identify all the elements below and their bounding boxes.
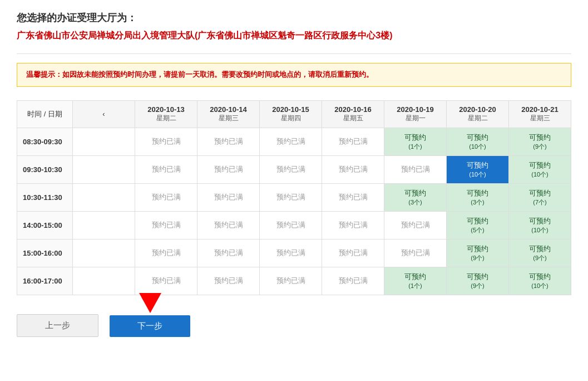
header-label: 您选择的办证受理大厅为： <box>17 11 571 25</box>
next-button-wrapper: 下一步 <box>110 315 190 337</box>
next-button[interactable]: 下一步 <box>110 315 190 337</box>
time-slot-4: 15:00-16:00 <box>17 239 73 267</box>
cell-r3-c2: 预约已满 <box>260 211 322 239</box>
nav-spacer-4 <box>73 239 135 267</box>
cell-r5-c3: 预约已满 <box>322 267 384 295</box>
cell-r0-c1: 预约已满 <box>197 128 260 155</box>
cell-r0-c4[interactable]: 可预约(1个) <box>384 128 447 155</box>
cell-r2-c0: 预约已满 <box>135 183 197 211</box>
chevron-left-icon: ‹ <box>102 110 105 118</box>
cell-r1-c4: 预约已满 <box>384 155 447 183</box>
cell-r4-c5[interactable]: 可预约(9个) <box>447 239 509 267</box>
cell-r5-c1: 预约已满 <box>197 267 260 295</box>
cell-r1-c0: 预约已满 <box>135 155 197 183</box>
col-header-0: 2020-10-13 星期二 <box>135 100 197 128</box>
notice-text: 如因故未能按照预约时间办理，请提前一天取消。需要改预约时间或地点的，请取消后重新… <box>62 70 373 79</box>
cell-r3-c6[interactable]: 可预约(10个) <box>509 211 571 239</box>
footer-buttons: 上一步 下一步 <box>17 309 571 337</box>
cell-r5-c5[interactable]: 可预约(9个) <box>447 267 509 295</box>
col-header-4: 2020-10-19 星期一 <box>384 100 447 128</box>
cell-r4-c1: 预约已满 <box>197 239 260 267</box>
col-header-2: 2020-10-15 星期四 <box>260 100 322 128</box>
cell-r3-c4: 预约已满 <box>384 211 447 239</box>
cell-r3-c1: 预约已满 <box>197 211 260 239</box>
col-header-6: 2020-10-21 星期三 <box>509 100 571 128</box>
time-slot-5: 16:00-17:00 <box>17 267 73 295</box>
cell-r1-c1: 预约已满 <box>197 155 260 183</box>
cell-r5-c2: 预约已满 <box>260 267 322 295</box>
cell-r4-c3: 预约已满 <box>322 239 384 267</box>
cell-r2-c1: 预约已满 <box>197 183 260 211</box>
nav-spacer-3 <box>73 211 135 239</box>
cell-r0-c6[interactable]: 可预约(9个) <box>509 128 571 155</box>
cell-r1-c3: 预约已满 <box>322 155 384 183</box>
nav-spacer-5 <box>73 267 135 295</box>
time-slot-3: 14:00-15:00 <box>17 211 73 239</box>
nav-spacer-1 <box>73 155 135 183</box>
calendar-section: 时间 / 日期 ‹ 2020-10-13 星期二 2020-10-14 星期三 <box>17 100 571 295</box>
cell-r4-c2: 预约已满 <box>260 239 322 267</box>
cell-r2-c6[interactable]: 可预约(7个) <box>509 183 571 211</box>
cell-r0-c3: 预约已满 <box>322 128 384 155</box>
cell-r1-c2: 预约已满 <box>260 155 322 183</box>
cell-r3-c3: 预约已满 <box>322 211 384 239</box>
col-header-1: 2020-10-14 星期三 <box>197 100 260 128</box>
time-slot-0: 08:30-09:30 <box>17 128 73 155</box>
cell-r2-c4[interactable]: 可预约(3个) <box>384 183 447 211</box>
cell-r4-c4: 预约已满 <box>384 239 447 267</box>
arrow-down-icon <box>139 293 161 315</box>
cell-r3-c0: 预约已满 <box>135 211 197 239</box>
cell-r2-c3: 预约已满 <box>322 183 384 211</box>
cell-r2-c5[interactable]: 可预约(3个) <box>447 183 509 211</box>
cell-r5-c6[interactable]: 可预约(10个) <box>509 267 571 295</box>
time-date-header: 时间 / 日期 <box>17 100 73 128</box>
cell-r2-c2: 预约已满 <box>260 183 322 211</box>
col-header-3: 2020-10-16 星期五 <box>322 100 384 128</box>
cell-r1-c6[interactable]: 可预约(10个) <box>509 155 571 183</box>
col-header-5: 2020-10-20 星期二 <box>447 100 509 128</box>
nav-spacer-2 <box>73 183 135 211</box>
cell-r0-c0: 预约已满 <box>135 128 197 155</box>
cell-r0-c5[interactable]: 可预约(10个) <box>447 128 509 155</box>
cell-r1-c5[interactable]: 可预约(10个) <box>447 155 509 183</box>
cell-r4-c6[interactable]: 可预约(9个) <box>509 239 571 267</box>
location-title: 广东省佛山市公安局禅城分局出入境管理大队(广东省佛山市禅城区魁奇一路区行政服务中… <box>17 29 571 42</box>
svg-marker-0 <box>139 293 161 313</box>
notice-prefix: 温馨提示： <box>26 70 62 79</box>
nav-prev-col[interactable]: ‹ <box>73 100 135 128</box>
calendar-table: 时间 / 日期 ‹ 2020-10-13 星期二 2020-10-14 星期三 <box>17 100 571 295</box>
cell-r5-c0: 预约已满 <box>135 267 197 295</box>
cell-r3-c5[interactable]: 可预约(5个) <box>447 211 509 239</box>
divider <box>17 53 571 54</box>
time-slot-2: 10:30-11:30 <box>17 183 73 211</box>
cell-r5-c4[interactable]: 可预约(1个) <box>384 267 447 295</box>
time-slot-1: 09:30-10:30 <box>17 155 73 183</box>
nav-spacer-0 <box>73 128 135 155</box>
cell-r0-c2: 预约已满 <box>260 128 322 155</box>
cell-r4-c0: 预约已满 <box>135 239 197 267</box>
prev-button[interactable]: 上一步 <box>17 314 98 337</box>
notice-box: 温馨提示：如因故未能按照预约时间办理，请提前一天取消。需要改预约时间或地点的，请… <box>17 63 571 87</box>
